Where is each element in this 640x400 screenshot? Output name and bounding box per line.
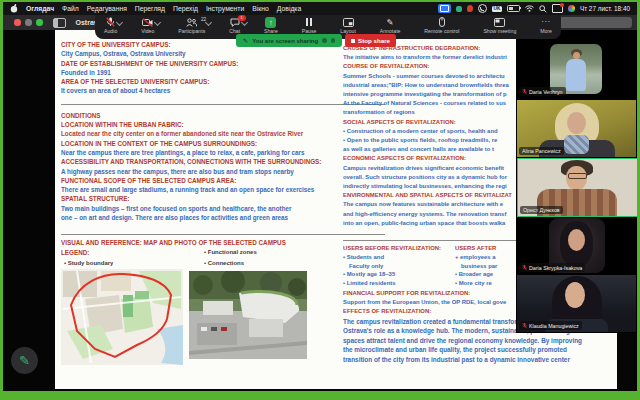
participant-video[interactable]: Daria Skrypka-Isakova xyxy=(517,217,636,274)
menu-help[interactable]: Довідка xyxy=(277,5,301,12)
doc-heading: FUNCTIONAL SCOPE OF THE SELECTED CAMPUS … xyxy=(61,176,385,185)
search-icon[interactable] xyxy=(539,5,547,13)
annotate-pencil-button[interactable]: ✎ xyxy=(11,347,38,374)
menu-app-name[interactable]: Оглядач xyxy=(26,5,54,12)
doc-heading: USERS BEFORE REVITALIZATION: xyxy=(343,244,451,253)
chevron-down-icon[interactable] xyxy=(205,18,212,25)
menu-view[interactable]: Перегляд xyxy=(135,5,165,12)
participant-label: Daria Skrypka-Isakova xyxy=(519,263,585,272)
pencil-icon: ✎ xyxy=(387,18,394,27)
annotate-button[interactable]: ✎ Annotate xyxy=(380,18,401,35)
doc-text: the microclimate and urban life quality,… xyxy=(343,345,617,355)
doc-text: • Mostly age 18–35 xyxy=(343,270,451,279)
phone-status-icon[interactable] xyxy=(478,4,487,13)
participant-video[interactable]: Klaudia Manugiewicz xyxy=(517,275,636,332)
campus-map-image xyxy=(61,269,183,365)
layout-icon xyxy=(343,18,354,28)
control-center-icon[interactable] xyxy=(568,5,575,12)
doc-heading: SPATIAL STRUCTURE: xyxy=(61,194,385,203)
layout-button[interactable]: Layout xyxy=(340,18,356,35)
menu-edit[interactable]: Редагування xyxy=(87,5,127,12)
close-window-button[interactable] xyxy=(14,19,21,26)
display-mirroring-icon[interactable] xyxy=(552,4,563,13)
wifi-icon[interactable] xyxy=(525,5,534,12)
sidebar-toggle-icon[interactable] xyxy=(53,18,66,28)
macos-menu-bar: Оглядач Файл Редагування Перегляд Перехі… xyxy=(3,2,637,15)
participant-label: Alina Pancewicz xyxy=(519,147,564,155)
participant-name: Орест Дунєков xyxy=(523,207,560,213)
apple-menu-icon[interactable] xyxy=(10,4,18,13)
keyboard-layout-badge[interactable]: UK xyxy=(492,6,502,12)
video-button[interactable]: Video xyxy=(141,18,154,35)
participant-name: Daria Skrypka-Isakova xyxy=(529,265,582,271)
legend-heading: LEGEND: xyxy=(61,248,89,257)
menu-go[interactable]: Перехід xyxy=(173,5,198,12)
participants-panel: Daria Venhryn Alina Pancewicz Орест Дунє… xyxy=(516,30,637,333)
document-images xyxy=(61,269,385,369)
sharing-banner-text: You are screen sharing xyxy=(252,38,318,44)
share-screen-icon: ↑ xyxy=(265,17,276,28)
remote-control-button[interactable]: Remote control xyxy=(424,18,459,35)
doc-divider xyxy=(61,104,385,105)
participant-video[interactable]: Daria Venhryn xyxy=(517,41,636,98)
doc-heading: DATE OF ESTABLISHMENT OF THE UNIVERSITY … xyxy=(61,59,385,68)
fullscreen-window-button[interactable] xyxy=(36,19,43,26)
stop-icon xyxy=(351,39,355,43)
doc-divider xyxy=(61,234,385,235)
share-button[interactable]: ↑ Share xyxy=(264,18,278,35)
app-status-icon[interactable] xyxy=(456,6,462,12)
more-button[interactable]: ··· More xyxy=(540,18,552,35)
pen-icon: ✎ xyxy=(243,38,248,44)
participant-label: Орест Дунєков xyxy=(520,206,563,214)
participant-name: Alina Pancewicz xyxy=(522,148,561,154)
pause-share-button[interactable]: Pause xyxy=(302,18,317,35)
doc-text: • Limited residents xyxy=(343,279,451,288)
doc-heading: ACCESSIBILITY AND TRANSPORTATION, CONNEC… xyxy=(61,157,385,166)
meeting-window-icon xyxy=(494,18,505,28)
doc-heading: CONDITIONS xyxy=(61,111,385,120)
muted-mic-icon xyxy=(522,88,527,95)
banner-status-icon xyxy=(331,38,336,43)
menu-file[interactable]: Файл xyxy=(62,5,79,12)
doc-text: Near the campus there are tree plantings… xyxy=(61,148,385,157)
chevron-down-icon[interactable] xyxy=(154,18,161,25)
doc-text: Two main buildings – first one focused o… xyxy=(61,204,385,213)
map-legend: LEGEND: • Study boundary • Functional zo… xyxy=(61,248,385,268)
chevron-down-icon[interactable] xyxy=(116,18,123,25)
left-black-strip: ✎ xyxy=(3,30,55,389)
video-off-icon xyxy=(142,18,153,28)
stop-share-button[interactable]: Stop share xyxy=(345,34,396,47)
legend-item: • Connections xyxy=(204,259,244,268)
screen-sharing-banner: ✎ You are screen sharing xyxy=(236,34,342,47)
participant-name: Klaudia Manugiewicz xyxy=(529,323,579,329)
participant-label: Klaudia Manugiewicz xyxy=(519,321,582,330)
legend-item: • Study boundary xyxy=(64,259,113,268)
menu-window[interactable]: Вікно xyxy=(252,5,269,12)
doc-heading: LOCATION WITHIN THE URBAN FABRIC: xyxy=(61,120,385,129)
battery-icon[interactable] xyxy=(507,5,520,13)
chat-icon: 1 xyxy=(230,18,240,28)
document-left-column: CITY OF THE UNIVERSITY CAMPUS: City Camp… xyxy=(61,40,385,389)
menu-clock[interactable]: Чт 27 лист. 18:40 xyxy=(580,5,630,12)
doc-text: City Campus, Ostrava, Ostrava University xyxy=(61,49,385,58)
participant-video-active-speaker[interactable]: Орест Дунєков xyxy=(517,158,638,217)
doc-text: Located near the city center on a former… xyxy=(61,129,385,138)
screen-share-status-icon[interactable] xyxy=(438,4,451,13)
doc-text: Faculty only xyxy=(343,262,451,271)
audio-button[interactable]: Audio xyxy=(104,18,117,35)
muted-mic-icon xyxy=(522,322,527,329)
legend-item: • Functional zones xyxy=(204,248,257,257)
ellipsis-icon: ··· xyxy=(541,18,551,26)
menu-tools[interactable]: Інструменти xyxy=(206,5,244,12)
screen: Оглядач Файл Редагування Перегляд Перехі… xyxy=(0,0,640,400)
notification-status-icon[interactable] xyxy=(467,5,473,12)
participant-video[interactable]: Alina Pancewicz xyxy=(517,100,636,157)
doc-text: There are small and large stadiums, a ru… xyxy=(61,185,385,194)
banner-status-icon xyxy=(322,38,327,43)
participants-button[interactable]: 22 Participants xyxy=(178,18,205,35)
minimize-window-button[interactable] xyxy=(25,19,32,26)
doc-text: It covers an area of about 4 hectares xyxy=(61,86,385,95)
doc-text: A highway passes near the campus, there … xyxy=(61,167,385,176)
show-meeting-button[interactable]: Show meeting xyxy=(483,18,516,35)
chat-button[interactable]: 1 Chat xyxy=(229,18,240,35)
